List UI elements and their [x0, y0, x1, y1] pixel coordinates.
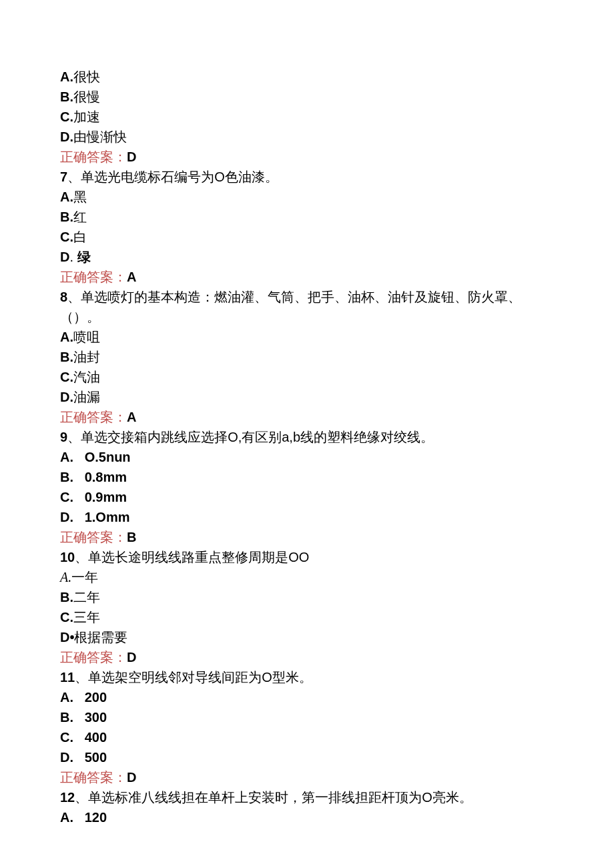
question-line: 11、单选架空明线邻对导线间距为O型米。 — [60, 667, 554, 687]
option-line: A.喷咀 — [60, 327, 554, 347]
option-text: 红 — [73, 209, 87, 224]
answer-value: D — [127, 770, 136, 785]
question-number: 8 — [60, 290, 67, 304]
question-text: 、单选架空明线邻对导线间距为O型米。 — [75, 670, 312, 685]
option-letter: A. — [60, 69, 73, 84]
option-text: 汽油 — [73, 370, 100, 384]
option-text: 很快 — [73, 69, 100, 84]
option-letter: A. — [60, 330, 73, 344]
option-letter: D• — [60, 630, 74, 644]
option-line: B.很慢 — [60, 87, 554, 107]
option-text: 400 — [85, 730, 107, 745]
option-text: 500 — [85, 750, 107, 765]
option-letter: B. — [60, 89, 73, 104]
option-letter: D — [60, 250, 69, 264]
option-text: O.5nun — [85, 450, 131, 464]
option-text: 一年 — [71, 570, 98, 584]
option-line: D•根据需要 — [60, 627, 554, 647]
question-text: 、单选喷灯的基本构造：燃油灌、气筒、把手、油杯、油针及旋钮、防火罩、（）。 — [60, 290, 521, 324]
answer-value: D — [127, 650, 136, 665]
option-line: A.黑 — [60, 187, 554, 207]
option-letter: B. — [60, 209, 73, 224]
question-line: 7、单选光电缆标石编号为O色油漆。 — [60, 167, 554, 187]
question-text: 、单选长途明线线路重点整修周期是OO — [75, 550, 309, 564]
answer-label: 正确答案： — [60, 530, 127, 544]
answer-line: 正确答案：B — [60, 527, 554, 547]
option-letter: D. — [60, 129, 73, 144]
option-line: B. 300 — [60, 707, 554, 727]
question-number: 9 — [60, 430, 67, 444]
option-letter: D. — [60, 510, 73, 524]
question-number: 11 — [60, 670, 75, 685]
option-letter: A. — [60, 450, 73, 464]
option-text: 0.8mm — [85, 470, 127, 484]
answer-label: 正确答案： — [60, 650, 127, 665]
answer-label: 正确答案： — [60, 149, 127, 164]
option-text: 1.Omm — [85, 510, 130, 524]
option-line: D.油漏 — [60, 387, 554, 407]
option-line: A.很快 — [60, 67, 554, 87]
answer-line: 正确答案：A — [60, 407, 554, 427]
option-text: 油漏 — [73, 390, 100, 404]
answer-line: 正确答案：A — [60, 267, 554, 287]
option-letter: C. — [60, 109, 73, 124]
option-text: 很慢 — [73, 89, 100, 104]
answer-label: 正确答案： — [60, 270, 127, 284]
option-text: 120 — [85, 810, 107, 825]
option-text: 喷咀 — [73, 330, 100, 344]
answer-line: 正确答案：D — [60, 767, 554, 787]
option-letter: A. — [60, 189, 73, 204]
option-line: C.加速 — [60, 107, 554, 127]
option-line: B.二年 — [60, 587, 554, 607]
question-line: 9、单选交接箱内跳线应选择O,有区别a,b线的塑料绝缘对绞线。 — [60, 427, 554, 447]
question-line: 8、单选喷灯的基本构造：燃油灌、气筒、把手、油杯、油针及旋钮、防火罩、（）。 — [60, 287, 554, 327]
option-letter: A. — [60, 690, 73, 705]
option-line: D. 1.Omm — [60, 507, 554, 527]
answer-label: 正确答案： — [60, 410, 127, 424]
question-number: 10 — [60, 550, 75, 564]
option-text: 0.9mm — [85, 490, 127, 504]
option-line: C.三年 — [60, 607, 554, 627]
option-line: A. 120 — [60, 807, 554, 827]
option-line: D.由慢渐快 — [60, 127, 554, 147]
option-text: 绿 — [77, 250, 91, 264]
option-line: C.汽油 — [60, 367, 554, 387]
option-letter: C. — [60, 230, 73, 244]
option-letter: B. — [60, 470, 73, 484]
answer-value: D — [127, 149, 136, 164]
option-text: 白 — [73, 230, 87, 244]
option-letter: C. — [60, 370, 73, 384]
option-line: A. O.5nun — [60, 447, 554, 467]
option-text: 三年 — [73, 610, 100, 624]
option-text: 300 — [85, 710, 107, 725]
option-line: C.白 — [60, 227, 554, 247]
option-line: B.红 — [60, 207, 554, 227]
question-number: 7 — [60, 169, 67, 184]
question-line: 12、单选标准八线线担在单杆上安装时，第一排线担距杆顶为O亮米。 — [60, 787, 554, 807]
option-letter: C. — [60, 610, 73, 624]
option-letter: B. — [60, 590, 73, 604]
option-text: 油封 — [73, 350, 100, 364]
question-number: 12 — [60, 790, 75, 805]
option-text: 黑 — [73, 189, 87, 204]
answer-value: A — [127, 410, 136, 424]
option-line: C. 0.9mm — [60, 487, 554, 507]
option-letter: D. — [60, 390, 73, 404]
option-text: 由慢渐快 — [73, 129, 127, 144]
option-text: 200 — [85, 690, 107, 705]
document-body: A.很快B.很慢C.加速D.由慢渐快正确答案：D7、单选光电缆标石编号为O色油漆… — [60, 67, 554, 827]
option-line: D. 500 — [60, 747, 554, 767]
question-text: 、单选光电缆标石编号为O色油漆。 — [67, 169, 278, 184]
option-letter: A. — [60, 570, 71, 584]
option-text: 根据需要 — [74, 630, 127, 644]
option-line: C. 400 — [60, 727, 554, 747]
question-line: 10、单选长途明线线路重点整修周期是OO — [60, 547, 554, 567]
option-text: 加速 — [73, 109, 100, 124]
option-line: A. 200 — [60, 687, 554, 707]
option-letter: A. — [60, 810, 73, 825]
option-letter: C. — [60, 490, 73, 504]
option-letter: D. — [60, 750, 73, 765]
option-letter: B. — [60, 350, 73, 364]
question-text: 、单选交接箱内跳线应选择O,有区别a,b线的塑料绝缘对绞线。 — [67, 430, 434, 444]
option-letter: B. — [60, 710, 73, 725]
